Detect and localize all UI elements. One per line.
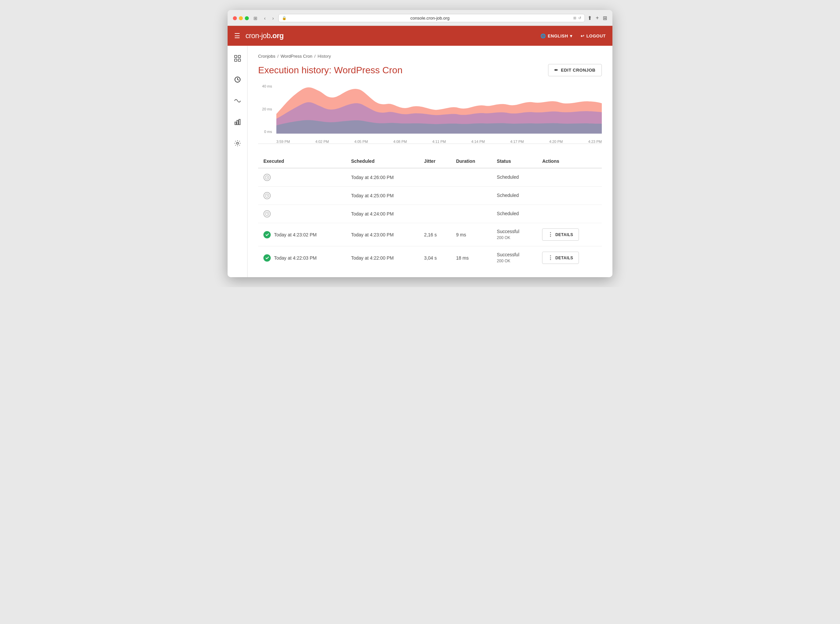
status-sub-text: 200 OK xyxy=(497,258,532,264)
cell-actions-1 xyxy=(537,187,602,205)
address-bar[interactable]: 🔒 console.cron-job.org ⊞ ↺ xyxy=(278,14,585,22)
x-label-2: 4:05 PM xyxy=(354,140,368,144)
scheduled-icon xyxy=(263,174,271,181)
cell-scheduled-0: Today at 4:26:00 PM xyxy=(346,168,419,187)
reload-icon[interactable]: ↺ xyxy=(578,16,581,20)
success-icon xyxy=(263,254,271,262)
svg-rect-6 xyxy=(237,120,238,125)
executed-time: Today at 4:22:03 PM xyxy=(274,255,317,261)
logout-button[interactable]: ↩ LOGOUT xyxy=(580,34,606,39)
breadcrumb: Cronjobs / WordPress Cron / History xyxy=(258,54,602,59)
sidebar-toggle-btn[interactable]: ⊞ xyxy=(251,15,260,22)
status-text: Scheduled xyxy=(497,192,532,199)
cell-executed-0 xyxy=(258,168,346,187)
cell-actions-0 xyxy=(537,168,602,187)
cell-duration-4: 18 ms xyxy=(451,246,492,270)
table-row: Today at 4:24:00 PMScheduled xyxy=(258,205,602,223)
details-button-4[interactable]: ⋮ DETAILS xyxy=(542,252,579,264)
execution-chart: 40 ms 20 ms 0 ms xyxy=(258,84,602,144)
cell-executed-3: Today at 4:23:02 PM xyxy=(258,223,346,246)
top-navbar: ☰ cron-job.org 🌐 ENGLISH ▾ ↩ LOGOUT xyxy=(227,26,613,46)
x-label-8: 4:23 PM xyxy=(588,140,602,144)
status-text: Successful200 OK xyxy=(497,229,532,240)
scheduled-icon xyxy=(263,210,271,218)
cell-status-0: Scheduled xyxy=(492,168,537,187)
success-icon xyxy=(263,231,271,238)
globe-icon: 🌐 xyxy=(540,34,546,39)
chart-y-axis: 40 ms 20 ms 0 ms xyxy=(258,84,275,134)
translate-icon: ⊞ xyxy=(573,16,576,20)
cell-duration-1 xyxy=(451,187,492,205)
breadcrumb-sep-1: / xyxy=(277,54,278,59)
svg-rect-5 xyxy=(235,122,236,125)
details-button-3[interactable]: ⋮ DETAILS xyxy=(542,229,579,241)
details-menu-icon: ⋮ xyxy=(548,232,553,238)
table-row: Today at 4:22:03 PMToday at 4:22:00 PM3,… xyxy=(258,246,602,270)
app-logo: cron-job.org xyxy=(246,31,284,40)
minimize-dot[interactable] xyxy=(239,16,243,20)
tabs-icon[interactable]: ⊞ xyxy=(603,15,607,21)
col-scheduled: Scheduled xyxy=(346,154,419,168)
cell-scheduled-3: Today at 4:23:00 PM xyxy=(346,223,419,246)
hamburger-menu[interactable]: ☰ xyxy=(234,32,240,40)
share-icon[interactable]: ⬆ xyxy=(588,15,592,21)
edit-cronjob-button[interactable]: ✏ EDIT CRONJOB xyxy=(548,64,602,76)
breadcrumb-history: History xyxy=(317,54,331,59)
svg-rect-1 xyxy=(238,56,241,58)
url-display: console.cron-job.org xyxy=(289,15,571,20)
y-label-20: 20 ms xyxy=(258,107,272,111)
cell-actions-3: ⋮ DETAILS xyxy=(537,223,602,246)
close-dot[interactable] xyxy=(233,16,237,20)
main-content: Cronjobs / WordPress Cron / History Exec… xyxy=(248,46,613,277)
col-status: Status xyxy=(492,154,537,168)
sidebar-item-settings[interactable] xyxy=(232,137,243,149)
svg-point-8 xyxy=(237,142,238,144)
cell-status-1: Scheduled xyxy=(492,187,537,205)
fullscreen-dot[interactable] xyxy=(245,16,249,20)
sidebar-item-dashboard[interactable] xyxy=(232,53,243,64)
cell-duration-2 xyxy=(451,205,492,223)
cell-status-3: Successful200 OK xyxy=(492,223,537,246)
svg-rect-2 xyxy=(235,59,237,61)
chart-svg-area xyxy=(276,84,602,134)
cell-scheduled-4: Today at 4:22:00 PM xyxy=(346,246,419,270)
breadcrumb-cronjobs[interactable]: Cronjobs xyxy=(258,54,275,59)
edit-icon: ✏ xyxy=(554,68,558,73)
cell-executed-4: Today at 4:22:03 PM xyxy=(258,246,346,270)
status-text: Successful200 OK xyxy=(497,252,532,264)
table-row: Today at 4:25:00 PMScheduled xyxy=(258,187,602,205)
table-row: Today at 4:26:00 PMScheduled xyxy=(258,168,602,187)
page-title: Execution history: WordPress Cron xyxy=(258,65,402,76)
col-actions: Actions xyxy=(537,154,602,168)
breadcrumb-wordpress-cron[interactable]: WordPress Cron xyxy=(281,54,312,59)
breadcrumb-sep-2: / xyxy=(314,54,316,59)
sidebar-item-history[interactable] xyxy=(232,74,243,85)
status-text: Scheduled xyxy=(497,174,532,181)
language-selector[interactable]: 🌐 ENGLISH ▾ xyxy=(540,34,572,39)
cell-jitter-4: 3,04 s xyxy=(419,246,450,270)
svg-rect-3 xyxy=(238,59,241,61)
forward-btn[interactable]: › xyxy=(271,15,276,22)
cell-scheduled-1: Today at 4:25:00 PM xyxy=(346,187,419,205)
chart-x-axis: 3:59 PM 4:02 PM 4:05 PM 4:08 PM 4:11 PM … xyxy=(276,140,602,144)
cell-jitter-2 xyxy=(419,205,450,223)
x-label-5: 4:14 PM xyxy=(472,140,485,144)
cell-duration-0 xyxy=(451,168,492,187)
executed-time: Today at 4:23:02 PM xyxy=(274,232,317,237)
traffic-lights xyxy=(233,16,249,20)
chevron-down-icon: ▾ xyxy=(570,34,572,39)
lock-icon: 🔒 xyxy=(282,16,287,20)
new-tab-icon[interactable]: + xyxy=(596,15,599,21)
cell-jitter-1 xyxy=(419,187,450,205)
sidebar-item-stats[interactable] xyxy=(232,116,243,128)
logout-icon: ↩ xyxy=(580,34,585,39)
svg-rect-7 xyxy=(239,119,240,125)
back-btn[interactable]: ‹ xyxy=(262,15,268,22)
sidebar-item-monitoring[interactable] xyxy=(232,95,243,107)
status-sub-text: 200 OK xyxy=(497,235,532,241)
cell-actions-2 xyxy=(537,205,602,223)
cell-executed-2 xyxy=(258,205,346,223)
col-jitter: Jitter xyxy=(419,154,450,168)
y-label-0: 0 ms xyxy=(258,130,272,134)
cell-duration-3: 9 ms xyxy=(451,223,492,246)
